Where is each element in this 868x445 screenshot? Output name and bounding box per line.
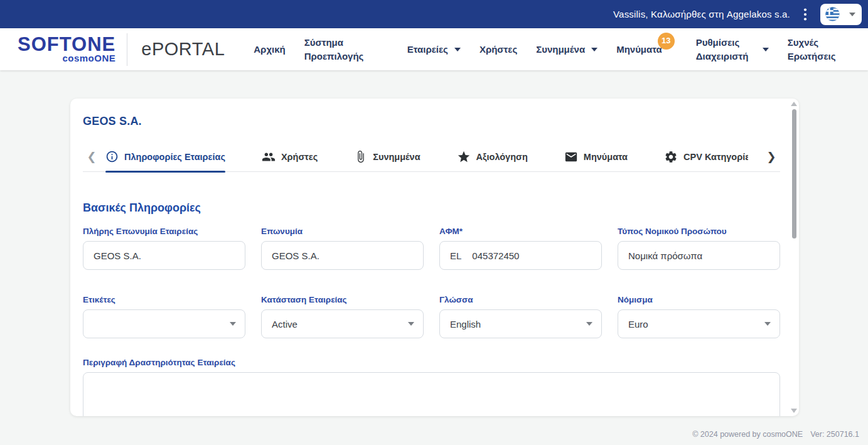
page-title: GEOS S.A.	[83, 115, 786, 128]
chevron-down-icon	[586, 322, 592, 326]
field-full-company-name: Πλήρης Επωνυμία Εταιρείας GEOS S.A.	[83, 227, 245, 270]
chevron-down-icon	[454, 48, 461, 51]
nav-item-companies[interactable]: Εταιρείες	[407, 43, 461, 56]
field-tags: Ετικέτες	[83, 295, 245, 338]
product-name: ePORTAL	[141, 39, 225, 60]
legal-entity-type-input[interactable]: Νομικά πρόσωπα	[618, 241, 780, 270]
version-text: Ver: 250716.1	[810, 430, 859, 439]
tab-bar: ❮ Πληροφορίες Εταιρείας Χρήστες Συνημμέν…	[83, 142, 780, 172]
tab-attachments[interactable]: Συνημμένα	[354, 142, 420, 172]
nav-item-default-system[interactable]: Σύστημα Προεπιλογής	[304, 36, 362, 63]
paperclip-icon	[354, 150, 367, 163]
form-row-1: Πλήρης Επωνυμία Εταιρείας GEOS S.A. Επων…	[83, 227, 780, 270]
page-footer: © 2024 powered by cosmoONE Ver: 250716.1	[692, 430, 859, 439]
messages-count-badge: 13	[658, 33, 675, 50]
people-icon	[262, 150, 276, 164]
tab-evaluation[interactable]: Αξιολόγηση	[457, 142, 528, 172]
company-name-input[interactable]: GEOS S.A.	[261, 241, 424, 270]
mail-icon	[564, 150, 578, 164]
company-status-select[interactable]: Active	[261, 309, 424, 338]
greek-flag-icon	[825, 7, 840, 21]
tab-messages[interactable]: Μηνύματα	[564, 142, 628, 172]
info-icon	[105, 150, 119, 163]
full-company-name-input[interactable]: GEOS S.A.	[83, 241, 245, 270]
activity-description-textarea[interactable]	[83, 372, 780, 416]
brand-cosmoone: cosmoONE	[62, 53, 115, 63]
nav-item-attachments[interactable]: Συνημμένα	[536, 43, 597, 56]
tags-select[interactable]	[83, 309, 245, 338]
tab-company-info[interactable]: Πληροφορίες Εταιρείας	[105, 142, 225, 172]
field-legal-entity-type: Τύπος Νομικού Προσώπου Νομικά πρόσωπα	[618, 227, 780, 270]
kebab-menu-icon[interactable]	[799, 7, 812, 22]
brand-softone: SOFTONE	[18, 36, 115, 53]
tab-cpv-categories[interactable]: CPV Κατηγορίες	[664, 142, 748, 172]
scrollbar-down-icon[interactable]	[791, 409, 797, 413]
chevron-down-icon	[763, 48, 769, 51]
field-vat-number: ΑΦΜ* EL 045372450	[439, 227, 602, 270]
gear-icon	[664, 150, 678, 164]
nav-item-messages[interactable]: Μηνύματα 13	[616, 43, 662, 56]
tab-users[interactable]: Χρήστες	[262, 142, 318, 172]
chevron-down-icon	[764, 322, 771, 326]
nav-item-home[interactable]: Αρχική	[254, 43, 285, 56]
chevron-down-icon	[230, 322, 236, 326]
welcome-message: Vassilis, Καλωσήρθες στη Aggelakos s.a.	[613, 9, 790, 19]
form-row-2: Ετικέτες Κατάσταση Εταιρείας Active Γλώσ…	[83, 295, 780, 338]
main-content: GEOS S.A. ❮ Πληροφορίες Εταιρείας Χρήστε…	[0, 70, 868, 445]
star-icon	[457, 150, 471, 164]
app-logo[interactable]: SOFTONE cosmoONE ePORTAL	[18, 33, 225, 66]
chevron-down-icon	[849, 13, 855, 16]
tab-scroll-left-icon[interactable]: ❮	[83, 150, 100, 164]
language-selector[interactable]	[820, 4, 862, 25]
vertical-scrollbar[interactable]	[790, 102, 798, 413]
main-nav: Αρχική Σύστημα Προεπιλογής Εταιρείες Χρή…	[254, 36, 838, 63]
currency-select[interactable]: Euro	[618, 309, 780, 338]
scrollbar-thumb[interactable]	[792, 109, 796, 239]
field-currency: Νόμισμα Euro	[618, 295, 780, 338]
nav-item-admin-settings[interactable]: Ρυθμίσεις Διαχειριστή	[696, 36, 769, 63]
nav-item-faq[interactable]: Συχνές Ερωτήσεις	[788, 36, 838, 63]
topbar: Vassilis, Καλωσήρθες στη Aggelakos s.a.	[0, 0, 868, 28]
copyright-text: © 2024 powered by cosmoONE	[692, 430, 803, 439]
logo-divider	[127, 33, 127, 66]
vat-number-input[interactable]: EL 045372450	[439, 241, 602, 270]
chevron-down-icon	[408, 322, 414, 326]
language-select[interactable]: English	[439, 309, 602, 338]
company-card: GEOS S.A. ❮ Πληροφορίες Εταιρείας Χρήστε…	[70, 99, 799, 416]
form-row-3: Περιγραφή Δραστηριότητας Εταιρείας	[83, 358, 786, 416]
scrollbar-up-icon[interactable]	[791, 102, 797, 106]
field-language: Γλώσσα English	[439, 295, 602, 338]
scrollbar-track[interactable]	[791, 108, 796, 407]
vat-country-prefix: EL	[450, 250, 461, 261]
section-title: Βασικές Πληροφορίες	[83, 201, 786, 215]
field-company-name: Επωνυμία GEOS S.A.	[261, 227, 424, 270]
activity-description-label: Περιγραφή Δραστηριότητας Εταιρείας	[83, 358, 786, 367]
nav-item-users[interactable]: Χρήστες	[480, 43, 517, 56]
app-header: SOFTONE cosmoONE ePORTAL Αρχική Σύστημα …	[0, 28, 868, 70]
chevron-down-icon	[591, 48, 597, 51]
tab-scroll-right-icon[interactable]: ❯	[763, 150, 780, 164]
field-company-status: Κατάσταση Εταιρείας Active	[261, 295, 424, 338]
